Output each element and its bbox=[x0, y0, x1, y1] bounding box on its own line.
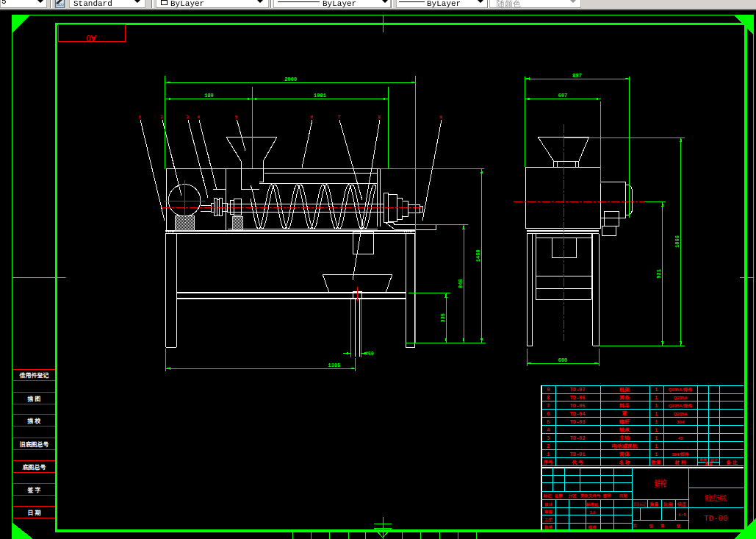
svg-text:921: 921 bbox=[656, 269, 662, 279]
svg-text:轴承: 轴承 bbox=[619, 426, 630, 433]
svg-text:审核: 审核 bbox=[544, 510, 553, 515]
svg-text:304: 304 bbox=[677, 420, 685, 424]
svg-text:箅条: 箅条 bbox=[619, 395, 630, 401]
svg-text:日 期: 日 期 bbox=[27, 510, 40, 516]
svg-text:5: 5 bbox=[547, 419, 550, 425]
svg-text:螺杆: 螺杆 bbox=[619, 419, 630, 425]
svg-text:标记: 标记 bbox=[543, 493, 552, 499]
svg-text:3: 3 bbox=[547, 435, 550, 441]
svg-text:45: 45 bbox=[678, 436, 683, 440]
svg-text:描 图: 描 图 bbox=[26, 396, 40, 402]
svg-text:更改文件号: 更改文件号 bbox=[580, 493, 601, 499]
svg-text:日期: 日期 bbox=[619, 493, 628, 499]
svg-text:Q235A/焊件: Q235A/焊件 bbox=[669, 403, 693, 409]
svg-text:8: 8 bbox=[378, 115, 381, 120]
svg-text:数量: 数量 bbox=[651, 460, 662, 465]
svg-text:1081: 1081 bbox=[314, 93, 326, 99]
svg-text:7: 7 bbox=[337, 115, 340, 120]
svg-text:TD-01: TD-01 bbox=[569, 451, 585, 457]
svg-text:4: 4 bbox=[197, 115, 200, 120]
svg-text:备 注: 备 注 bbox=[726, 460, 738, 465]
svg-text:9: 9 bbox=[439, 115, 442, 120]
svg-text:1866: 1866 bbox=[674, 235, 680, 248]
svg-text:电动减速机: 电动减速机 bbox=[612, 443, 638, 449]
svg-text:5: 5 bbox=[235, 115, 238, 120]
svg-text:600: 600 bbox=[558, 357, 568, 363]
svg-text:标准化: 标准化 bbox=[586, 502, 599, 507]
svg-text:4: 4 bbox=[547, 427, 550, 433]
svg-text:底图总号: 底图总号 bbox=[22, 463, 46, 471]
svg-text:TD-06: TD-06 bbox=[569, 395, 585, 401]
svg-text:张: 张 bbox=[677, 524, 681, 529]
svg-text:1: 1 bbox=[138, 115, 141, 120]
svg-text:TD-00: TD-00 bbox=[704, 513, 728, 523]
svg-text:3: 3 bbox=[186, 115, 189, 120]
svg-text:TD-07: TD-07 bbox=[569, 387, 585, 393]
svg-text:螺旋式压榨机: 螺旋式压榨机 bbox=[705, 493, 727, 502]
svg-text:重量: 重量 bbox=[649, 501, 659, 507]
svg-text:名 称: 名 称 bbox=[619, 460, 630, 465]
svg-text:代 号: 代 号 bbox=[572, 460, 583, 465]
svg-text:1: 1 bbox=[655, 395, 658, 401]
svg-text:304/焊件: 304/焊件 bbox=[672, 451, 689, 457]
svg-text:共: 共 bbox=[632, 524, 637, 529]
svg-text:7: 7 bbox=[547, 403, 550, 409]
svg-text:2: 2 bbox=[547, 443, 550, 449]
svg-text:处数: 处数 bbox=[554, 493, 564, 499]
svg-text:1: 1 bbox=[655, 435, 658, 441]
svg-text:材 料: 材 料 bbox=[674, 460, 686, 465]
svg-text:签字: 签字 bbox=[602, 493, 612, 499]
svg-text:签 字: 签 字 bbox=[26, 486, 40, 493]
svg-text:机架: 机架 bbox=[619, 387, 630, 393]
svg-text:批准: 批准 bbox=[544, 525, 553, 530]
svg-text:Q235A/焊件: Q235A/焊件 bbox=[669, 387, 693, 393]
svg-text:重量: 重量 bbox=[705, 461, 713, 465]
svg-text:TD-05: TD-05 bbox=[569, 403, 585, 409]
svg-text:设计: 设计 bbox=[544, 502, 553, 507]
svg-text:Q235A: Q235A bbox=[673, 412, 688, 416]
svg-text:9: 9 bbox=[547, 387, 550, 393]
svg-text:846: 846 bbox=[458, 279, 464, 288]
svg-text:1: 1 bbox=[655, 451, 658, 457]
svg-text:335: 335 bbox=[440, 313, 446, 323]
svg-text:180: 180 bbox=[204, 93, 214, 99]
svg-text:分区: 分区 bbox=[568, 493, 577, 499]
svg-text:TD-02: TD-02 bbox=[569, 435, 585, 441]
svg-text:描 校: 描 校 bbox=[26, 418, 40, 424]
svg-text:TD-04: TD-04 bbox=[569, 411, 585, 417]
svg-text:1460: 1460 bbox=[475, 249, 481, 262]
svg-text:工艺: 工艺 bbox=[544, 518, 553, 522]
svg-text:鲜榨: 鲜榨 bbox=[655, 478, 667, 489]
svg-text:TD-03: TD-03 bbox=[569, 419, 585, 425]
svg-text:借用件登记: 借用件登记 bbox=[19, 372, 49, 379]
svg-text:2.0: 2.0 bbox=[590, 510, 596, 515]
svg-text:1: 1 bbox=[655, 387, 658, 393]
svg-text:2: 2 bbox=[160, 115, 163, 120]
svg-text:料斗: 料斗 bbox=[619, 403, 630, 409]
svg-text:1: 1 bbox=[655, 443, 658, 449]
svg-text:#60: #60 bbox=[365, 351, 374, 357]
svg-text:罩: 罩 bbox=[622, 410, 627, 417]
svg-text:第: 第 bbox=[660, 524, 665, 528]
svg-text:6: 6 bbox=[310, 115, 313, 120]
svg-text:897: 897 bbox=[572, 73, 582, 79]
svg-text:主轴: 主轴 bbox=[619, 435, 630, 441]
svg-text:1: 1 bbox=[655, 411, 658, 417]
svg-text:6: 6 bbox=[547, 411, 550, 417]
svg-text:2000: 2000 bbox=[284, 76, 297, 82]
svg-text:Q235A: Q235A bbox=[673, 396, 688, 400]
svg-text:状态: 状态 bbox=[677, 501, 686, 507]
svg-text:1385: 1385 bbox=[328, 363, 341, 368]
svg-text:比例: 比例 bbox=[664, 501, 673, 507]
svg-text:张: 张 bbox=[649, 524, 654, 529]
svg-text:607: 607 bbox=[558, 93, 568, 99]
svg-text:1: 1 bbox=[655, 419, 658, 425]
svg-text:批准: 批准 bbox=[588, 525, 597, 530]
svg-text:旧底图总号: 旧底图总号 bbox=[20, 440, 49, 448]
svg-text:1:5: 1:5 bbox=[678, 513, 686, 518]
svg-text:筒体: 筒体 bbox=[619, 451, 630, 457]
svg-text:8: 8 bbox=[547, 395, 550, 401]
svg-text:序号: 序号 bbox=[543, 460, 554, 465]
svg-text:1: 1 bbox=[655, 427, 658, 433]
svg-text:1: 1 bbox=[655, 403, 658, 409]
